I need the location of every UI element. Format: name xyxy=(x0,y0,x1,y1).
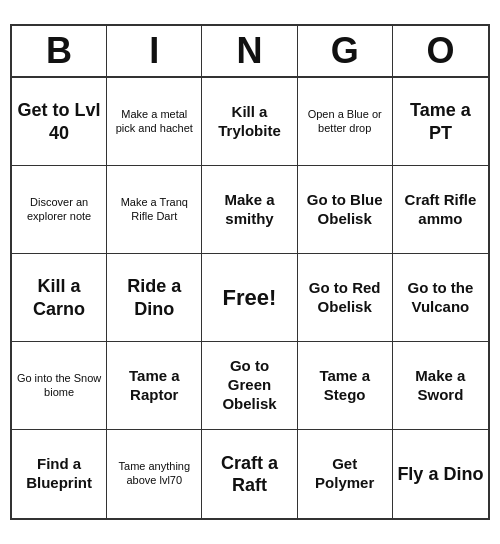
bingo-cell: Go to the Vulcano xyxy=(393,254,488,342)
bingo-card: BINGO Get to Lvl 40Make a metal pick and… xyxy=(10,24,490,520)
header-letter: I xyxy=(107,26,202,76)
bingo-cell: Kill a Trylobite xyxy=(202,78,297,166)
bingo-cell: Tame a PT xyxy=(393,78,488,166)
bingo-cell: Get Polymer xyxy=(298,430,393,518)
header-letter: G xyxy=(298,26,393,76)
bingo-grid: Get to Lvl 40Make a metal pick and hache… xyxy=(12,78,488,518)
bingo-cell: Free! xyxy=(202,254,297,342)
bingo-cell: Go to Blue Obelisk xyxy=(298,166,393,254)
header-letter: O xyxy=(393,26,488,76)
bingo-cell: Go to Red Obelisk xyxy=(298,254,393,342)
bingo-cell: Make a smithy xyxy=(202,166,297,254)
bingo-cell: Find a Blueprint xyxy=(12,430,107,518)
header-letter: N xyxy=(202,26,297,76)
bingo-cell: Get to Lvl 40 xyxy=(12,78,107,166)
bingo-cell: Make a metal pick and hachet xyxy=(107,78,202,166)
bingo-cell: Open a Blue or better drop xyxy=(298,78,393,166)
bingo-header: BINGO xyxy=(12,26,488,78)
bingo-cell: Fly a Dino xyxy=(393,430,488,518)
bingo-cell: Go to Green Obelisk xyxy=(202,342,297,430)
bingo-cell: Tame a Raptor xyxy=(107,342,202,430)
bingo-cell: Craft a Raft xyxy=(202,430,297,518)
bingo-cell: Kill a Carno xyxy=(12,254,107,342)
bingo-cell: Ride a Dino xyxy=(107,254,202,342)
bingo-cell: Go into the Snow biome xyxy=(12,342,107,430)
bingo-cell: Craft Rifle ammo xyxy=(393,166,488,254)
bingo-cell: Discover an explorer note xyxy=(12,166,107,254)
header-letter: B xyxy=(12,26,107,76)
bingo-cell: Tame anything above lvl70 xyxy=(107,430,202,518)
bingo-cell: Make a Sword xyxy=(393,342,488,430)
bingo-cell: Make a Tranq Rifle Dart xyxy=(107,166,202,254)
bingo-cell: Tame a Stego xyxy=(298,342,393,430)
